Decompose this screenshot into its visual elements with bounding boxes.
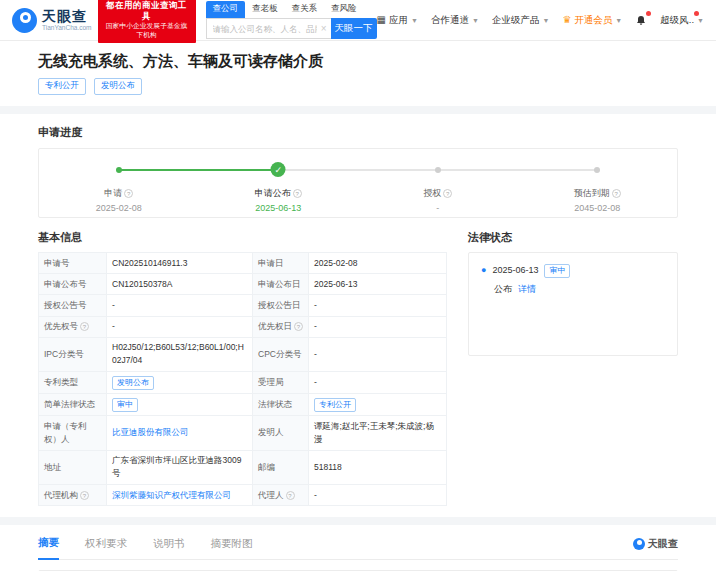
nav-cooperation[interactable]: 合作通道▼ (431, 14, 479, 27)
nav-notifications[interactable] (635, 14, 647, 27)
nav-super-risk[interactable]: 超级风..▼ (660, 14, 704, 27)
application-progress-section: 申请进度 ✓ 申请? 2025-02-08 申请公布? 2025-06- (0, 114, 716, 218)
crown-icon: ♛ (562, 15, 571, 25)
chevron-down-icon: ▼ (697, 17, 704, 24)
field-label: 受理局 (253, 372, 309, 394)
info-icon[interactable]: ? (294, 322, 303, 331)
tab-abstract-figure[interactable]: 摘要附图 (211, 537, 253, 559)
field-value: 2025-06-13 (309, 274, 447, 295)
basic-info-row: 申请公布号CN120150378A申请公布日2025-06-13 (39, 274, 447, 295)
tianyancha-logo[interactable]: 天眼查 TianYanCha.com (12, 8, 92, 33)
timeline-segment-pending (438, 169, 598, 171)
legal-detail-link[interactable]: 详情 (518, 284, 536, 294)
basic-info-table: 申请号CN202510146911.3申请日2025-02-08申请公布号CN1… (38, 252, 447, 506)
field-label: IPC分类号 (39, 337, 107, 371)
nav-open-membership[interactable]: ♛ 开通会员▼ (562, 14, 622, 27)
timeline-step-expiry: 预估到期? 2045-02-08 (518, 182, 678, 213)
section-divider (0, 517, 716, 525)
field-label: 申请号 (39, 253, 107, 274)
timeline-date: 2045-02-08 (518, 203, 678, 213)
timeline-date: 2025-06-13 (199, 203, 359, 213)
search-tab-boss[interactable]: 查老板 (245, 1, 285, 18)
field-label: 法律状态 (253, 394, 309, 416)
search-tab-company[interactable]: 查公司 (206, 1, 246, 18)
field-value: - (309, 337, 447, 371)
field-label: 专利类型 (39, 372, 107, 394)
value-link[interactable]: 比亚迪股份有限公司 (112, 427, 189, 437)
field-value: 谭延海;赵北平;王未琴;朱成波;杨漫 (309, 416, 447, 450)
legal-status-title: 法律状态 (468, 230, 678, 245)
timeline-date: 2025-02-08 (39, 203, 199, 213)
search-category-tabs: 查公司 查老板 查关系 查风险 (206, 1, 377, 18)
tab-description[interactable]: 说明书 (153, 537, 185, 559)
timeline-date: - (358, 203, 518, 213)
search-tab-risk[interactable]: 查风险 (324, 1, 364, 18)
basic-info-row: 地址广东省深圳市坪山区比亚迪路3009号邮编518118 (39, 450, 447, 484)
timeline-step-published: 申请公布? 2025-06-13 (199, 182, 359, 213)
info-icon[interactable]: ? (293, 189, 302, 198)
patent-detail-page: 天眼查 TianYanCha.com 都在用的商业查询工具 国家中小企业发展子基… (0, 0, 716, 571)
chevron-down-icon: ▼ (615, 17, 622, 24)
field-value: 深圳紫藤知识产权代理有限公司 (107, 485, 253, 506)
field-value: H02J50/12;B60L53/12;B60L1/00;H02J7/04 (107, 337, 253, 371)
timeline-step-granted: 授权? - (358, 182, 518, 213)
badge-line1: 都在用的商业查询工具 (103, 0, 191, 22)
field-value: CN202510146911.3 (107, 253, 253, 274)
nav-enterprise-products[interactable]: 企业级产品▼ (492, 14, 549, 27)
field-label: 邮编 (253, 450, 309, 484)
search-button[interactable]: 天眼一下 (331, 18, 377, 39)
patent-title: 无线充电系统、方法、车辆及可读存储介质 (38, 52, 678, 71)
timeline-segment-done (119, 169, 279, 171)
field-label: 代理机构? (39, 485, 107, 506)
search-input[interactable] (207, 24, 331, 34)
notification-dot (694, 11, 699, 16)
info-icon[interactable]: ? (443, 189, 452, 198)
nav-apps[interactable]: ▦ 应用▼ (377, 14, 418, 27)
timeline-check-icon: ✓ (271, 162, 286, 177)
field-value: - (107, 316, 253, 337)
field-label: 申请日 (253, 253, 309, 274)
legal-date: 2025-06-13 (492, 265, 538, 275)
info-icon[interactable]: ? (286, 491, 295, 500)
timeline-dot-expiry (594, 167, 600, 173)
tab-abstract[interactable]: 摘要 (38, 536, 59, 560)
legal-status-item: ●2025-06-13审中 公布详情 (481, 264, 665, 296)
patent-title-section: 无线充电系统、方法、车辆及可读存储介质 专利公开 发明公布 (0, 41, 716, 106)
value-tag: 专利公开 (314, 398, 356, 412)
info-icon[interactable]: ? (124, 189, 133, 198)
value-link[interactable]: 深圳紫藤知识产权代理有限公司 (112, 490, 231, 500)
info-icon[interactable]: ? (80, 322, 89, 331)
basic-info-row: 授权公告号-授权公告日- (39, 295, 447, 316)
value-tag: 发明公布 (112, 376, 154, 390)
timeline-dot-filed (116, 167, 122, 173)
field-value: 发明公布 (107, 372, 253, 394)
info-icon[interactable]: ? (612, 189, 621, 198)
patent-status-tag: 专利公开 (38, 78, 86, 95)
field-value: - (107, 295, 253, 316)
field-label: 优先权号? (39, 316, 107, 337)
watermark-text: 天眼查 (648, 537, 678, 551)
field-value: 比亚迪股份有限公司 (107, 416, 253, 450)
info-icon[interactable]: ? (80, 491, 89, 500)
basic-info-row: 申请号CN202510146911.3申请日2025-02-08 (39, 253, 447, 274)
notification-dot (646, 11, 651, 16)
field-label: 授权公告日 (253, 295, 309, 316)
clear-input-icon[interactable]: × (321, 24, 327, 34)
tianyancha-eye-icon (12, 8, 37, 33)
field-label: 优先权日? (253, 316, 309, 337)
field-label: 授权公告号 (39, 295, 107, 316)
badge-line2: 国家中小企业发展子基金旗下机构 (103, 22, 191, 40)
top-header: 天眼查 TianYanCha.com 都在用的商业查询工具 国家中小企业发展子基… (0, 0, 716, 41)
progress-timeline-box: ✓ 申请? 2025-02-08 申请公布? 2025-06-13 授权? - (38, 148, 678, 218)
tianyancha-eye-icon (633, 538, 645, 550)
grid-icon: ▦ (377, 15, 386, 25)
header-nav: ▦ 应用▼ 合作通道▼ 企业级产品▼ ♛ 开通会员▼ 超级风..▼ (377, 14, 704, 27)
tab-claims[interactable]: 权利要求 (85, 537, 127, 559)
chevron-down-icon: ▼ (542, 17, 549, 24)
search-tab-relation[interactable]: 查关系 (285, 1, 325, 18)
watermark: 天眼查 (633, 537, 678, 559)
field-value: - (309, 316, 447, 337)
field-value: 专利公开 (309, 394, 447, 416)
legal-status-tag: 审中 (544, 264, 570, 278)
basic-info-row: IPC分类号H02J50/12;B60L53/12;B60L1/00;H02J7… (39, 337, 447, 371)
